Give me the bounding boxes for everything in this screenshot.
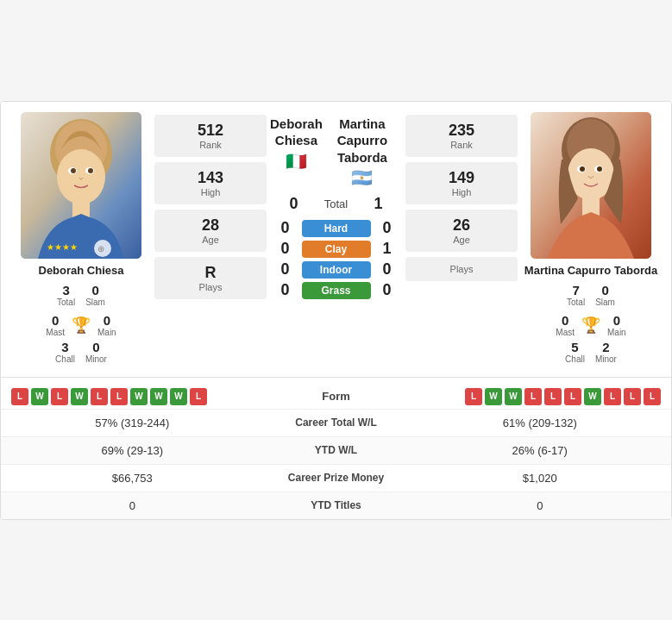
svg-point-19: [597, 166, 602, 172]
form-badge-l: L: [110, 388, 128, 405]
form-badge-l: L: [604, 388, 621, 405]
indoor-left-score: 0: [276, 260, 295, 279]
form-badge-l: L: [465, 388, 482, 405]
form-badge-w: W: [485, 388, 502, 405]
indoor-button[interactable]: Indoor: [302, 261, 371, 279]
left-plays-label: Plays: [163, 282, 258, 292]
form-badge-w: W: [31, 388, 48, 405]
stats-center-3: YTD Titles: [250, 499, 423, 511]
right-minor-value: 2: [595, 340, 617, 354]
stats-left-2: $66,753: [15, 472, 250, 485]
data-rows: 57% (319-244) Career Total W/L 61% (209-…: [1, 409, 671, 519]
right-stats-col: 235 Rank 149 High 26 Age Plays: [405, 112, 518, 366]
form-badge-l: L: [544, 388, 562, 405]
stats-row: 69% (29-13) YTD W/L 26% (6-17): [1, 436, 671, 464]
right-high-value: 149: [414, 169, 509, 187]
stats-right-0: 61% (209-132): [423, 416, 658, 429]
right-total-score: 1: [369, 195, 388, 213]
total-score-row: 0 Total 1: [285, 195, 388, 213]
right-mast-cell: 0 Mast: [556, 313, 575, 337]
form-badge-l: L: [11, 388, 28, 405]
left-rank-value: 512: [163, 122, 258, 140]
left-total-cell: 3 Total: [57, 283, 75, 307]
left-plays-value: R: [163, 264, 258, 282]
form-badge-w: W: [584, 388, 601, 405]
right-row-3: 5 Chall 2 Minor: [565, 340, 617, 364]
middle-section: DeborahChiesa 🇮🇹 Martina CapurroTaborda …: [267, 112, 405, 366]
stats-center-0: Career Total W/L: [250, 416, 423, 429]
right-main-label: Main: [607, 328, 626, 337]
right-chall-cell: 5 Chall: [565, 340, 585, 364]
hard-button[interactable]: Hard: [302, 220, 371, 237]
left-form-badges: LWLWLLWWWL: [11, 388, 207, 405]
stats-row: $66,753 Career Prize Money $1,020: [1, 464, 671, 492]
clay-left-score: 0: [276, 240, 295, 258]
svg-text:⊕: ⊕: [97, 244, 104, 254]
left-mast-cell: 0 Mast: [46, 313, 65, 337]
right-trophy-row: 0 Mast 🏆 0 Main: [556, 313, 625, 337]
stats-center-1: YTD W/L: [250, 444, 423, 456]
stats-center-2: Career Prize Money: [250, 472, 423, 484]
form-row: LWLWLLWWWL Form LWWLLLWLLL: [1, 385, 671, 409]
right-total-value: 7: [567, 283, 585, 297]
left-plays-box: R Plays: [154, 257, 267, 299]
indoor-right-score: 0: [378, 260, 397, 279]
left-chall-value: 3: [55, 340, 75, 354]
left-mast-value: 0: [46, 313, 65, 328]
left-player-photo: ★★★★ ⊕: [21, 112, 141, 259]
form-badge-l: L: [624, 388, 641, 405]
clay-button[interactable]: Clay: [302, 241, 371, 258]
svg-point-7: [88, 168, 93, 173]
form-badge-l: L: [524, 388, 542, 405]
right-player-inner: 7 Total 0 Slam 0 Mast 🏆 0: [518, 280, 664, 366]
right-age-label: Age: [414, 235, 509, 245]
right-trophy-icon: 🏆: [581, 317, 600, 333]
left-player-name: Deborah Chiesa: [39, 264, 124, 277]
right-total-label: Total: [567, 297, 585, 307]
left-main-cell: 0 Main: [97, 313, 116, 337]
left-slam-cell: 0 Slam: [85, 283, 105, 307]
svg-text:★★★★: ★★★★: [47, 242, 78, 252]
stats-right-2: $1,020: [423, 472, 658, 485]
left-rank-label: Rank: [163, 140, 258, 150]
right-high-box: 149 High: [405, 162, 518, 204]
form-badge-w: W: [71, 388, 88, 405]
hard-right-score: 0: [378, 219, 397, 237]
stats-row: 0 YTD Titles 0: [1, 492, 671, 519]
left-chall-label: Chall: [55, 354, 75, 364]
left-trophy-row: 0 Mast 🏆 0 Main: [46, 313, 116, 337]
bottom-section: LWLWLLWWWL Form LWWLLLWLLL 57% (319-244)…: [1, 377, 671, 519]
surface-rows: 0 Hard 0 0 Clay 1 0 Indoor 0 0 Grass: [270, 216, 402, 302]
form-label: Form: [293, 390, 380, 403]
right-high-label: High: [414, 187, 509, 197]
stats-left-0: 57% (319-244): [15, 416, 250, 429]
stats-row: 57% (319-244) Career Total W/L 61% (209-…: [1, 409, 671, 436]
left-minor-value: 0: [85, 340, 107, 354]
right-rank-value: 235: [414, 122, 509, 140]
form-badge-w: W: [170, 388, 187, 405]
right-plays-box: Plays: [405, 257, 518, 281]
left-player-inner: 3 Total 0 Slam 0 Mast 🏆 0: [8, 280, 154, 366]
right-name-block: Martina CapurroTaborda 🇦🇷: [323, 116, 402, 189]
left-minor-label: Minor: [85, 354, 107, 364]
right-center-name: Martina CapurroTaborda: [323, 116, 402, 166]
left-row-3: 3 Chall 0 Minor: [55, 340, 107, 364]
form-badge-w: W: [505, 388, 522, 405]
grass-button[interactable]: Grass: [302, 282, 371, 299]
right-flag: 🇦🇷: [323, 167, 402, 188]
left-age-label: Age: [163, 235, 258, 245]
right-plays-label: Plays: [414, 264, 509, 274]
left-minor-cell: 0 Minor: [85, 340, 107, 364]
left-high-label: High: [163, 187, 258, 197]
right-form-badges: LWWLLLWLLL: [465, 388, 661, 405]
stats-right-3: 0: [423, 499, 658, 512]
clay-row: 0 Clay 1: [270, 240, 402, 258]
svg-point-6: [71, 168, 76, 173]
right-chall-value: 5: [565, 340, 585, 354]
grass-right-score: 0: [378, 281, 397, 299]
hard-row: 0 Hard 0: [270, 219, 402, 237]
left-slam-value: 0: [85, 283, 105, 297]
right-slam-cell: 0 Slam: [595, 283, 615, 307]
right-rank-box: 235 Rank: [405, 115, 518, 157]
left-slam-label: Slam: [85, 297, 105, 307]
